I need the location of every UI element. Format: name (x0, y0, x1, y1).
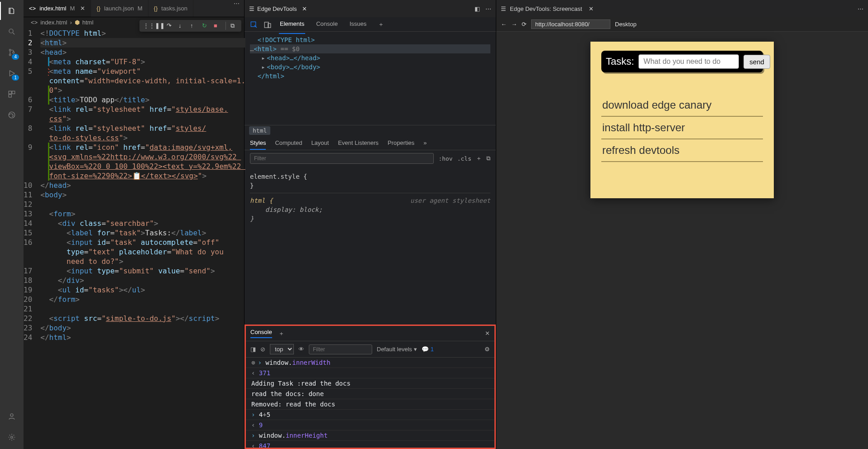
task-item[interactable]: install http-server (601, 117, 763, 139)
dom-html[interactable]: <html> (254, 45, 277, 53)
dom-doctype: <!DOCTYPE html> (258, 36, 315, 43)
tabs-overflow-icon[interactable]: » (423, 139, 427, 150)
editor-column: <> index.html M ✕ {} launch.json M {} ta… (24, 0, 244, 449)
screencast-title: Edge DevTools: Screencast (510, 5, 582, 12)
devtools-tab[interactable]: ☰ Edge DevTools ✕ (249, 5, 307, 12)
tab-add-icon[interactable]: ＋ (377, 18, 385, 31)
tab-layout[interactable]: Layout (311, 139, 329, 150)
breadcrumb-file: index.html (40, 19, 67, 26)
new-rule-icon[interactable]: ＋ (476, 154, 482, 162)
run-debug-icon[interactable]: 1 (5, 67, 18, 80)
task-item[interactable]: refresh devtools (601, 139, 763, 162)
screencast-preview[interactable]: Tasks: send download edge canary install… (496, 32, 868, 449)
screencast-column: ☰ Edge DevTools: Screencast ✕ ⋯ ← → ⟳ De… (496, 0, 868, 449)
dom-breadcrumb[interactable]: html (245, 125, 496, 136)
toggle-common-icon[interactable]: ⧉ (486, 155, 490, 162)
send-button[interactable]: send (743, 55, 770, 69)
explorer-icon[interactable] (5, 5, 18, 17)
dom-crumb-html[interactable]: html (249, 126, 270, 135)
svg-point-9 (11, 436, 13, 439)
clear-console-icon[interactable]: ⊘ (260, 346, 265, 353)
tab-properties[interactable]: Properties (388, 139, 414, 150)
devtools-main-tabs: Elements Console Issues ＋ (279, 18, 385, 31)
tab-event-listeners[interactable]: Event Listeners (338, 139, 379, 150)
step-into-icon[interactable]: ↓ (178, 22, 186, 29)
debug-badge: 1 (12, 75, 19, 81)
back-icon[interactable]: ← (501, 21, 507, 28)
dom-tree[interactable]: <!DOCTYPE html> …<html> == $0 ▸<head>…</… (245, 32, 496, 84)
log-levels[interactable]: Default levels ▾ (377, 346, 417, 353)
settings-gear-icon[interactable] (5, 431, 18, 444)
url-input[interactable] (531, 19, 610, 29)
styles-body[interactable]: element.style { } user agent stylesheet … (245, 167, 496, 229)
restart-icon[interactable]: ↻ (202, 22, 209, 29)
task-list: download edge canary install http-server… (601, 94, 763, 162)
reload-icon[interactable]: ⟳ (522, 21, 527, 28)
dom-body[interactable]: <body>…</body> (267, 63, 320, 71)
tab-launch-json[interactable]: {} launch.json M (91, 0, 148, 17)
split-editor-icon[interactable]: ◧ (475, 5, 480, 12)
scm-badge: 4 (12, 54, 19, 60)
tab-elements[interactable]: Elements (279, 18, 305, 31)
styles-brace: } (250, 181, 490, 190)
console-filter-input[interactable] (309, 344, 372, 354)
html-rule: html { (250, 197, 273, 204)
tab-index-html[interactable]: <> index.html M ✕ (24, 0, 91, 17)
tab-tasks-json[interactable]: {} tasks.json (149, 0, 194, 17)
console-output[interactable]: ⊗window.innerWidth371Adding Task :read t… (246, 358, 494, 448)
tab-overflow-icon[interactable]: ⋯ (229, 0, 244, 17)
issues-indicator[interactable]: 💬 1 (422, 346, 434, 353)
tab-modified: M (70, 5, 75, 12)
search-icon[interactable] (5, 25, 18, 38)
tab-console[interactable]: Console (315, 18, 339, 31)
styles-filter-input[interactable] (250, 153, 434, 164)
debug-toolbar[interactable]: ⋮⋮ ❚❚ ↷ ↓ ↑ ↻ ■ ⧉ (139, 20, 241, 32)
add-drawer-tab-icon[interactable]: ＋ (278, 330, 284, 338)
task-item[interactable]: download edge canary (601, 94, 763, 117)
tab-issues[interactable]: Issues (349, 18, 368, 31)
more-icon[interactable]: ⋯ (485, 5, 491, 12)
hov-toggle[interactable]: :hov (438, 155, 452, 162)
devtools-column: ☰ Edge DevTools ✕ ◧ ⋯ Elements Console I… (244, 0, 496, 449)
screencast-toggle-icon[interactable]: ⧉ (230, 22, 238, 29)
svg-point-0 (9, 29, 13, 33)
context-select[interactable]: top (270, 344, 294, 354)
emulation-mode[interactable]: Desktop (615, 21, 637, 28)
stop-icon[interactable]: ■ (214, 22, 221, 29)
searchbar: Tasks: send (601, 51, 763, 72)
extensions-icon[interactable] (5, 88, 18, 100)
tab-styles[interactable]: Styles (250, 139, 266, 150)
step-out-icon[interactable]: ↑ (190, 22, 197, 29)
close-icon[interactable]: ✕ (302, 5, 307, 12)
inspect-element-icon[interactable] (250, 21, 257, 28)
forward-icon[interactable]: → (511, 21, 517, 28)
live-expression-icon[interactable]: 👁 (298, 346, 304, 353)
task-input[interactable] (638, 54, 739, 69)
console-toolbar: ◨ ⊘ top 👁 Default levels ▾ 💬 1 ⚙ (246, 341, 494, 358)
screencast-nav: ← → ⟳ Desktop (496, 17, 868, 32)
code-editor[interactable]: 123456789101112131415161718192021222324 … (24, 28, 244, 449)
pause-icon[interactable]: ❚❚ (155, 22, 162, 29)
more-icon[interactable]: ⋯ (858, 5, 863, 12)
drawer-tab-console[interactable]: Console (250, 329, 272, 338)
tab-computed[interactable]: Computed (275, 139, 302, 150)
close-drawer-icon[interactable]: ✕ (485, 330, 490, 337)
cls-toggle[interactable]: .cls (457, 155, 471, 162)
close-icon[interactable]: ✕ (589, 5, 594, 12)
device-toggle-icon[interactable] (264, 21, 271, 28)
svg-point-1 (9, 49, 11, 51)
devtools-editor-tab: ☰ Edge DevTools ✕ ◧ ⋯ (245, 0, 496, 17)
edge-icon[interactable] (5, 109, 18, 121)
console-settings-icon[interactable]: ⚙ (484, 346, 490, 353)
dom-head[interactable]: <head>…</head> (267, 54, 320, 62)
accounts-icon[interactable] (5, 410, 18, 423)
close-icon[interactable]: ✕ (80, 5, 85, 12)
step-over-icon[interactable]: ↷ (167, 22, 174, 29)
source-control-icon[interactable]: 4 (5, 46, 18, 59)
svg-rect-4 (9, 91, 11, 94)
preview-icon: ☰ (501, 5, 506, 12)
console-sidebar-icon[interactable]: ◨ (250, 346, 256, 353)
file-json-icon: {} (154, 5, 158, 12)
tasks-label: Tasks: (606, 56, 634, 67)
drag-handle-icon[interactable]: ⋮⋮ (143, 22, 150, 29)
